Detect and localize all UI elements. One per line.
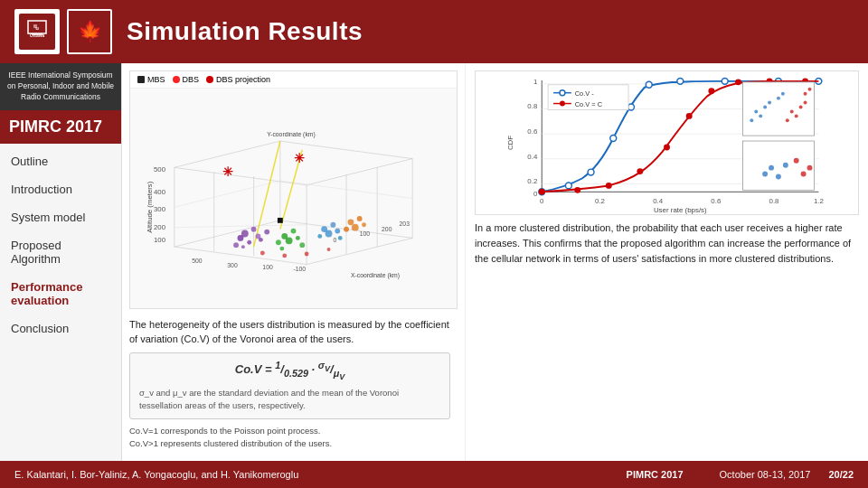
svg-text:0.8: 0.8 [769,197,780,205]
sidebar-item-performance[interactable]: Performance evaluation [0,273,121,314]
svg-rect-1 [19,14,55,50]
svg-point-124 [768,101,771,105]
svg-point-51 [259,238,263,242]
svg-text:0.2: 0.2 [595,197,605,205]
svg-text:1.2: 1.2 [814,197,824,205]
svg-point-45 [251,227,257,232]
svg-point-129 [790,109,794,113]
svg-point-120 [750,118,753,122]
svg-line-16 [307,159,412,185]
page-title: Simulation Results [127,17,363,46]
svg-text:200: 200 [382,226,392,232]
svg-point-141 [807,165,813,171]
svg-text:0: 0 [333,237,336,243]
formula-note-2: Co.V>1 represents clustered distribution… [129,437,450,450]
legend-mbs-label: MBS [147,75,165,84]
svg-rect-134 [742,141,814,190]
svg-text:1: 1 [533,78,537,86]
svg-point-103 [628,104,635,110]
svg-text:Altitude (meters): Altitude (meters) [146,181,154,233]
svg-point-58 [299,242,305,248]
svg-point-140 [801,172,807,177]
svg-point-54 [291,229,297,234]
svg-point-61 [330,222,335,228]
svg-line-15 [175,167,307,185]
svg-text:0.6: 0.6 [527,127,538,136]
svg-point-104 [646,81,652,88]
svg-point-74 [327,248,331,251]
svg-point-72 [282,253,287,258]
formula-note: Co.V=1 corresponds to the Poisson point … [129,425,450,451]
svg-text:✳: ✳ [294,152,305,165]
svg-point-113 [664,144,670,150]
svg-point-66 [348,219,354,225]
svg-text:0: 0 [533,190,538,198]
text-formula-area: The heterogeneity of the users distribut… [129,314,458,454]
svg-point-69 [362,222,366,227]
svg-point-106 [722,78,728,84]
svg-point-59 [279,247,284,251]
svg-point-125 [777,97,780,100]
main-text: The heterogeneity of the users distribut… [129,318,450,347]
sidebar: IEEE International Symposium on Personal… [0,63,122,461]
svg-text:100: 100 [154,236,166,244]
svg-line-18 [175,141,280,167]
svg-point-62 [326,230,333,238]
svg-text:0: 0 [540,197,544,205]
svg-line-10 [175,221,280,247]
svg-point-132 [804,92,807,96]
formula-note-1: Co.V=1 corresponds to the Poisson point … [129,425,450,437]
svg-text:0.4: 0.4 [527,153,538,161]
svg-point-63 [317,234,322,239]
sidebar-item-introduction[interactable]: Introduction [0,175,121,203]
svg-point-102 [610,136,617,142]
svg-point-139 [794,158,799,164]
svg-rect-119 [742,82,814,136]
svg-text:500: 500 [192,258,203,264]
legend-dbs-proj-label: DBS projection [216,75,270,84]
svg-text:0.4: 0.4 [653,197,664,205]
svg-line-24 [175,225,307,228]
svg-point-123 [763,106,767,109]
sidebar-item-proposed-algorithm[interactable]: Proposed Algorithm [0,231,121,273]
svg-point-144 [560,90,565,96]
svg-text:Co.V -: Co.V - [575,89,594,98]
svg-text:300: 300 [154,205,166,213]
chart-3d-container: MBS DBS DBS projection [129,70,458,309]
svg-point-64 [335,229,340,234]
svg-text:100: 100 [262,265,273,271]
svg-rect-5 [33,24,37,28]
sidebar-item-outline[interactable]: Outline [0,147,121,175]
svg-point-57 [276,239,281,245]
svg-point-73 [305,252,309,257]
formula-display: Co.V = 1/0.529 · σV/μV [139,359,440,383]
legend-dbs-proj: DBS projection [206,75,270,84]
slide-left: MBS DBS DBS projection [122,63,466,461]
svg-point-114 [686,113,693,119]
svg-point-56 [296,236,300,240]
svg-point-147 [560,101,565,107]
svg-point-48 [247,240,251,245]
svg-text:100: 100 [360,230,371,237]
svg-point-136 [769,165,774,171]
svg-point-135 [762,172,768,177]
footer-conference: PIMRC 2017 [627,469,684,480]
svg-text:CDF: CDF [506,136,514,150]
svg-text:X-coordinate (km): X-coordinate (km) [351,272,400,279]
svg-text:0.2: 0.2 [527,177,537,185]
sidebar-item-conclusion[interactable]: Conclusion [0,314,121,343]
svg-point-133 [808,88,812,91]
chart-legend: MBS DBS DBS projection [130,71,457,89]
logo-area: u Ottawa 🍁 [14,9,112,54]
svg-point-46 [238,235,244,241]
uottawa-logo: u Ottawa [14,9,60,54]
svg-point-127 [786,118,789,122]
svg-text:✳: ✳ [222,165,233,179]
svg-point-50 [264,230,269,235]
svg-text:-100: -100 [294,266,307,272]
formula-vars: σ_v and μ_v are the standard deviation a… [139,387,440,413]
sidebar-item-system-model[interactable]: System model [0,203,121,231]
svg-point-128 [795,114,798,117]
slide-right: 1 0.8 0.6 0.4 0.2 0 [466,63,868,461]
carleton-logo: 🍁 [67,9,112,54]
